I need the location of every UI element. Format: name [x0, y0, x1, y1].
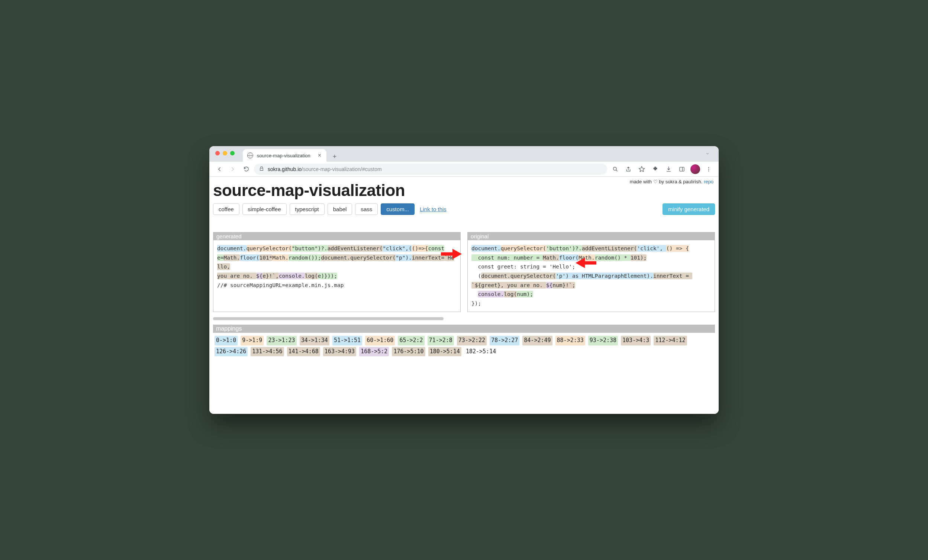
credits-prefix: made with — [630, 179, 653, 185]
svg-rect-1 — [680, 167, 684, 171]
new-tab-button[interactable]: + — [330, 151, 340, 162]
svg-point-3 — [708, 168, 709, 169]
panels: generated document.querySelector("button… — [213, 232, 715, 312]
mapping-entry[interactable]: 182->5:14 — [464, 347, 498, 357]
example-buttons-row: coffee simple-coffee typescript babel sa… — [213, 203, 715, 215]
window-controls — [215, 151, 235, 156]
browser-tab[interactable]: source-map-visualization × — [243, 149, 327, 162]
mapping-entry[interactable]: 65->2:2 — [398, 336, 424, 345]
example-babel-button[interactable]: babel — [328, 203, 353, 215]
custom-button[interactable]: custom... — [381, 203, 415, 215]
tab-title: source-map-visualization — [257, 153, 310, 159]
reload-button[interactable] — [241, 163, 252, 175]
avatar-icon — [690, 164, 700, 174]
generated-code[interactable]: document.querySelector("button")?.addEve… — [214, 240, 460, 293]
page-content: made with ♡ by sokra & paulirish. repo s… — [209, 177, 719, 414]
heart-icon: ♡ — [653, 179, 658, 185]
mapping-entry[interactable]: 0->1:0 — [215, 336, 238, 345]
lock-icon — [259, 166, 264, 172]
mappings-title: mappings — [213, 325, 715, 333]
generated-panel: generated document.querySelector("button… — [213, 232, 461, 312]
mapping-entry[interactable]: 60->1:60 — [365, 336, 395, 345]
mapping-entry[interactable]: 112->4:12 — [653, 336, 687, 345]
titlebar: source-map-visualization × + — [209, 146, 719, 162]
mapping-entry[interactable]: 73->2:22 — [457, 336, 487, 345]
arrow-left-icon — [216, 166, 223, 172]
url-host: sokra.github.io — [268, 166, 302, 172]
mapping-entry[interactable]: 141->4:68 — [287, 347, 320, 357]
address-bar[interactable]: sokra.github.io/source-map-visualization… — [254, 163, 607, 175]
chevron-down-icon — [705, 151, 710, 156]
mapping-entry[interactable]: 180->5:14 — [428, 347, 461, 357]
url-path: /source-map-visualization/#custom — [302, 166, 382, 172]
mapping-entry[interactable]: 78->2:27 — [490, 336, 519, 345]
example-simple-coffee-button[interactable]: simple-coffee — [243, 203, 287, 215]
forward-button[interactable] — [227, 163, 238, 175]
globe-icon — [247, 153, 253, 159]
mapping-entry[interactable]: 84->2:49 — [522, 336, 552, 345]
credits-mid: by sokra & paulirish. — [658, 179, 704, 185]
credits: made with ♡ by sokra & paulirish. repo — [630, 179, 713, 185]
minify-generated-button[interactable]: minify generated — [662, 203, 715, 215]
mapping-entry[interactable]: 51->1:51 — [333, 336, 362, 345]
svg-point-2 — [708, 167, 709, 168]
mapping-entry[interactable]: 23->1:23 — [267, 336, 296, 345]
mapping-entry[interactable]: 126->4:26 — [215, 347, 247, 357]
extensions-icon[interactable] — [650, 163, 661, 175]
profile-avatar[interactable] — [690, 163, 701, 175]
search-icon[interactable] — [609, 163, 621, 175]
side-panel-icon[interactable] — [676, 163, 687, 175]
close-window-button[interactable] — [215, 151, 220, 156]
url-text: sokra.github.io/source-map-visualization… — [268, 166, 382, 172]
mappings-panel: mappings 0->1:09->1:923->1:2334->1:3451-… — [213, 325, 715, 359]
reload-icon — [243, 166, 249, 172]
share-icon[interactable] — [623, 163, 634, 175]
mapping-entry[interactable]: 168->5:2 — [359, 347, 389, 357]
example-coffee-button[interactable]: coffee — [213, 203, 240, 215]
generated-panel-title: generated — [214, 232, 460, 240]
bookmark-icon[interactable] — [636, 163, 647, 175]
mapping-entry[interactable]: 93->2:38 — [588, 336, 618, 345]
browser-window: source-map-visualization × + sokra.githu… — [209, 146, 719, 414]
repo-link[interactable]: repo — [704, 179, 713, 185]
mapping-entry[interactable]: 163->4:93 — [323, 347, 356, 357]
original-code[interactable]: document.querySelector('button')?.addEve… — [468, 240, 714, 311]
original-panel-title: original — [468, 232, 714, 240]
svg-point-4 — [708, 170, 709, 171]
close-tab-icon[interactable]: × — [318, 153, 321, 159]
tabs-dropdown-button[interactable] — [702, 148, 713, 159]
mapping-entry[interactable]: 71->2:8 — [427, 336, 454, 345]
svg-point-0 — [613, 167, 617, 171]
mapping-entry[interactable]: 88->2:33 — [556, 336, 585, 345]
mapping-entry[interactable]: 176->5:10 — [392, 347, 425, 357]
mappings-list[interactable]: 0->1:09->1:923->1:2334->1:3451->1:5160->… — [213, 333, 715, 359]
back-button[interactable] — [214, 163, 225, 175]
kebab-menu-icon[interactable] — [703, 163, 714, 175]
example-typescript-button[interactable]: typescript — [290, 203, 325, 215]
horizontal-scrollbar[interactable] — [213, 317, 444, 320]
example-sass-button[interactable]: sass — [355, 203, 378, 215]
toolbar: sokra.github.io/source-map-visualization… — [209, 162, 719, 177]
mapping-entry[interactable]: 103->4:3 — [621, 336, 651, 345]
mapping-entry[interactable]: 131->4:56 — [250, 347, 284, 357]
link-to-this[interactable]: Link to this — [420, 206, 447, 212]
mapping-entry[interactable]: 9->1:9 — [241, 336, 264, 345]
downloads-icon[interactable] — [663, 163, 674, 175]
minimize-window-button[interactable] — [223, 151, 227, 156]
arrow-right-icon — [229, 166, 236, 172]
maximize-window-button[interactable] — [230, 151, 235, 156]
mapping-entry[interactable]: 34->1:34 — [300, 336, 330, 345]
original-panel: original document.querySelector('button'… — [467, 232, 715, 312]
